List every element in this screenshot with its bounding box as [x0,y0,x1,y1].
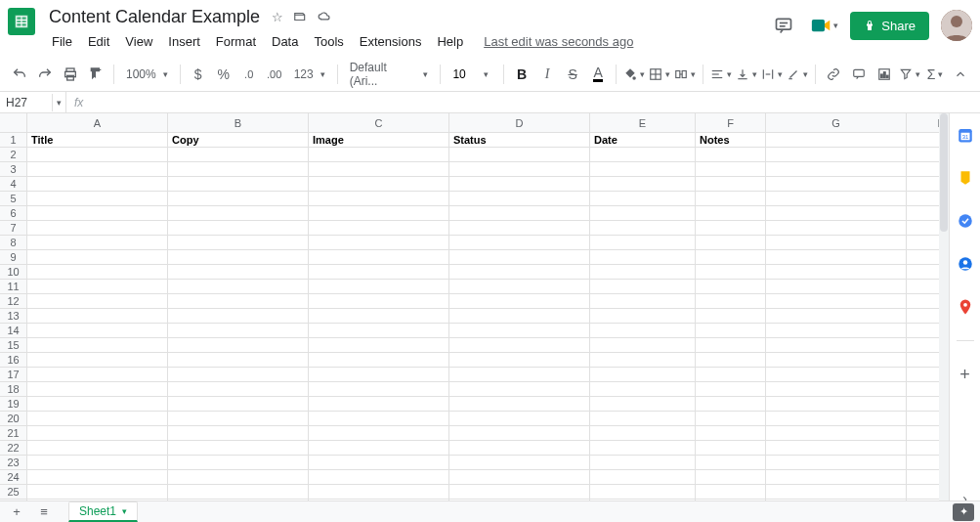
cell-A4[interactable] [27,177,168,192]
cell-E19[interactable] [590,397,696,412]
cell-A25[interactable] [27,485,168,500]
cell-C7[interactable] [309,221,449,236]
cell-G17[interactable] [766,368,907,382]
menu-tools[interactable]: Tools [307,31,350,52]
row-header-8[interactable]: 8 [0,236,27,250]
cell-D16[interactable] [449,353,590,368]
cell-C12[interactable] [309,294,449,309]
row-header-21[interactable]: 21 [0,426,27,441]
cell-D5[interactable] [449,192,590,206]
cell-E23[interactable] [590,456,696,470]
row-header-9[interactable]: 9 [0,250,27,265]
cell-F6[interactable] [696,206,766,221]
cell-A3[interactable] [27,162,168,177]
cell-E18[interactable] [590,382,696,397]
row-header-24[interactable]: 24 [0,470,27,485]
cell-C22[interactable] [309,441,449,456]
cell-B16[interactable] [168,353,309,368]
format-percent-button[interactable]: % [212,62,235,87]
cell-F8[interactable] [696,236,766,250]
filter-button[interactable] [898,62,921,87]
cell-E17[interactable] [590,368,696,382]
cell-B2[interactable] [168,148,309,162]
name-box[interactable] [0,94,53,111]
cell-G15[interactable] [766,338,907,353]
cell-C4[interactable] [309,177,449,192]
format-currency-button[interactable]: $ [187,62,210,87]
menu-view[interactable]: View [118,31,159,52]
cell-G24[interactable] [766,470,907,485]
row-header-23[interactable]: 23 [0,456,27,470]
cloud-status-icon[interactable] [317,10,332,24]
row-header-20[interactable]: 20 [0,412,27,426]
cell-G18[interactable] [766,382,907,397]
cell-G4[interactable] [766,177,907,192]
cell-A2[interactable] [27,148,168,162]
column-header-F[interactable]: F [696,113,766,133]
cell-B1[interactable]: Copy [168,133,309,148]
cell-A9[interactable] [27,250,168,265]
contacts-addon-icon[interactable] [956,254,975,274]
text-color-button[interactable]: A [586,62,610,87]
cell-E21[interactable] [590,426,696,441]
bold-button[interactable]: B [510,62,533,87]
menu-format[interactable]: Format [209,31,263,52]
row-header-6[interactable]: 6 [0,206,27,221]
cell-C10[interactable] [309,265,449,280]
cell-G8[interactable] [766,236,907,250]
cell-C16[interactable] [309,353,449,368]
cell-G11[interactable] [766,280,907,294]
cell-E25[interactable] [590,485,696,500]
row-header-2[interactable]: 2 [0,148,27,162]
select-all-corner[interactable] [0,113,27,133]
cell-A8[interactable] [27,236,168,250]
column-header-D[interactable]: D [449,113,590,133]
collapse-toolbar-icon[interactable] [949,62,972,87]
fill-color-button[interactable] [622,62,646,87]
row-header-17[interactable]: 17 [0,368,27,382]
column-header-C[interactable]: C [309,113,449,133]
row-header-4[interactable]: 4 [0,177,27,192]
cell-C3[interactable] [309,162,449,177]
cell-G6[interactable] [766,206,907,221]
explore-button[interactable]: ✦ [953,503,974,521]
all-sheets-button[interactable]: ≡ [33,503,55,521]
cell-F5[interactable] [696,192,766,206]
cell-A16[interactable] [27,353,168,368]
cell-D10[interactable] [449,265,590,280]
cell-F2[interactable] [696,148,766,162]
insert-comment-button[interactable] [847,62,871,87]
menu-edit[interactable]: Edit [81,31,116,52]
undo-button[interactable] [8,62,31,87]
cell-D18[interactable] [449,382,590,397]
insert-link-button[interactable] [822,62,845,87]
last-edit-status[interactable]: Last edit was seconds ago [484,34,633,49]
cell-C20[interactable] [309,412,449,426]
cell-F22[interactable] [696,441,766,456]
cell-G10[interactable] [766,265,907,280]
cell-B21[interactable] [168,426,309,441]
cell-C24[interactable] [309,470,449,485]
cell-B11[interactable] [168,280,309,294]
cell-F19[interactable] [696,397,766,412]
row-header-11[interactable]: 11 [0,280,27,294]
cell-C18[interactable] [309,382,449,397]
cell-B17[interactable] [168,368,309,382]
strikethrough-button[interactable]: S [561,62,584,87]
cell-C1[interactable]: Image [309,133,449,148]
horizontal-align-button[interactable] [709,62,733,87]
row-header-14[interactable]: 14 [0,324,27,338]
cell-A14[interactable] [27,324,168,338]
menu-file[interactable]: File [45,31,79,52]
cell-D24[interactable] [449,470,590,485]
cell-C2[interactable] [309,148,449,162]
cell-A24[interactable] [27,470,168,485]
cell-B18[interactable] [168,382,309,397]
cell-C9[interactable] [309,250,449,265]
column-header-E[interactable]: E [590,113,696,133]
row-header-16[interactable]: 16 [0,353,27,368]
cell-F9[interactable] [696,250,766,265]
name-box-dropdown-icon[interactable]: ▾ [53,92,66,112]
cell-D12[interactable] [449,294,590,309]
more-formats-dropdown[interactable]: 123 [288,67,331,81]
